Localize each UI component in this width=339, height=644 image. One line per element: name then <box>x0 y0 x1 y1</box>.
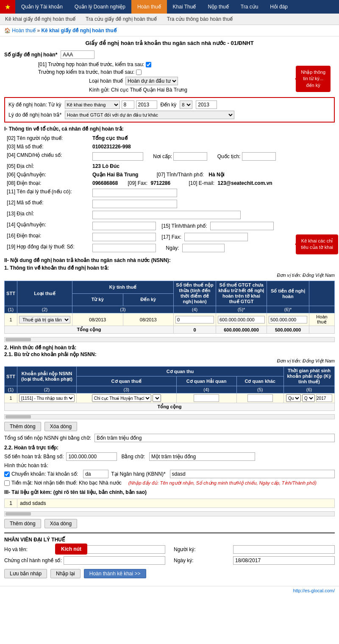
td-so-tien-de-nghi[interactable] <box>269 316 307 323</box>
subnav-tra-cuu-giay[interactable]: Tra cứu giấy đề nghị hoàn thuế <box>84 15 158 23</box>
checkbox01-label: [01] Trường hợp hoàn thuế trước, kiểm tr… <box>38 61 144 67</box>
tooltip1-container: Nhập thôngtin từ ký...đến kỳ <box>296 66 331 92</box>
ky-to-year[interactable] <box>196 100 217 109</box>
tong-so-tien-row: Tổng số tiền nộp NSNN ghi bằng chữ: <box>4 434 335 442</box>
loai-hoan-thue-select[interactable]: Hoàn dự án đầu tư <box>125 77 178 85</box>
xoa-dong-button[interactable]: Xóa dòng <box>44 422 77 431</box>
info-row-19: [19] Hợp đồng đại lý thuế: Số: Ngày: Kê … <box>5 243 334 253</box>
info-row-12: [12] Mã số thuế: <box>5 199 334 209</box>
loai-hoan-thue-label: Loại hoàn thuế <box>89 78 123 84</box>
field13-input[interactable] <box>92 211 241 219</box>
luu-ban-nhap-button[interactable]: Lưu bản nháp <box>4 569 47 578</box>
tong-so-tien-label: Tổng số tiền nộp NSNN ghi bằng chữ: <box>4 435 91 441</box>
nav-hoi-dap[interactable]: Hỏi đáp <box>264 0 294 14</box>
t2-hai-quan[interactable] <box>194 394 219 402</box>
nhap-lai-button[interactable]: Nhập lại <box>50 569 81 578</box>
page-title: Giấy đề nghị hoàn trả khoản thu ngân sác… <box>4 40 335 46</box>
subnav-tra-cuu-thong-bao[interactable]: Tra cứu thông báo hoàn thuế <box>165 15 234 23</box>
ky-to-type-select[interactable]: 8 <box>180 100 192 109</box>
table2: STT Khoản phải nộp NSNN (loại thuế, khoả… <box>4 366 335 411</box>
table3-scrollbar[interactable] <box>4 511 335 516</box>
tien-mat-label: Tiền mặt: Nơi nhận tiền thuế: Kho bạc Nh… <box>11 480 122 486</box>
nav-quan-ly-tai-khoan[interactable]: Quản lý Tài khoản <box>15 0 69 14</box>
checkbox-kt-row: Trường hợp kiểm tra trước, hoàn thuế sau… <box>4 69 335 75</box>
table1-scrollbar[interactable] <box>4 337 335 342</box>
ky-from-month[interactable] <box>122 100 134 109</box>
loai-hoan-thue-row: Loại hoàn thuế Hoàn dự án đầu tư <box>4 77 335 85</box>
chung-chi-input[interactable] <box>64 556 165 565</box>
bang-chu-input[interactable] <box>149 452 255 461</box>
t2-quy-select[interactable]: Quý <box>286 394 301 402</box>
them-dong-button[interactable]: Thêm dòng <box>4 422 41 431</box>
td-so-tien-nop-thua[interactable] <box>175 316 214 323</box>
checkbox-kt-label: Trường hợp kiểm tra trước, hoàn thuế sau… <box>38 69 134 75</box>
tong-so-tien-input[interactable] <box>94 434 335 442</box>
th-so-thue-gtgt: Số thuế GTGT chưa khấu trừ hết đề nghị h… <box>216 281 267 306</box>
chung-chi-label: Chứng chỉ hành nghề số: <box>4 558 64 563</box>
field04-quoc-tich[interactable] <box>242 152 276 161</box>
td-so-thue-gtgt[interactable] <box>218 316 265 323</box>
nav-khai-thue[interactable]: Khai Thuế <box>167 0 202 14</box>
field05-value: 123 Lò Đúc <box>91 162 334 170</box>
field17-label: [17] Fax: <box>161 234 181 240</box>
t2-q-select[interactable]: Q2 <box>302 394 315 402</box>
sec3-content: adsd sdads <box>17 499 335 508</box>
field17-input[interactable] <box>184 233 248 241</box>
them-dong2-button[interactable]: Thêm dòng <box>4 519 41 528</box>
nav-tra-cuu[interactable]: Tra cứu <box>235 0 264 14</box>
hoan-thanh-button[interactable]: Hoàn thành kê khai >> <box>84 569 146 578</box>
ly-do-select[interactable]: Hoàn thuế GTGT đối với dự án đầu tư khác <box>65 111 234 119</box>
th-so-tien-nop-thua: Số tiền thuế nộp thừa (tính đến thời điể… <box>174 281 216 306</box>
breadcrumb-icon: 🏠 <box>4 28 11 33</box>
field02-value: Tổng cục thuế <box>91 134 334 142</box>
tai-khoan-so-input[interactable] <box>83 470 108 478</box>
t2-year[interactable] <box>316 394 332 402</box>
t2-col1: (1) <box>5 386 17 393</box>
checkbox-kt[interactable] <box>136 70 142 75</box>
field19-so[interactable] <box>92 244 156 252</box>
nav-nop-thue[interactable]: Nộp thuế <box>202 0 234 14</box>
field16-input[interactable] <box>92 233 156 241</box>
breadcrumb-parent[interactable]: Hoàn thuế <box>12 28 36 33</box>
ngay-ky-label: Ngày ký: <box>174 558 233 563</box>
ky-from-year[interactable] <box>136 100 157 109</box>
field14-input[interactable] <box>92 222 156 230</box>
field15-input[interactable] <box>210 222 274 230</box>
t2-col3: (3) <box>77 386 177 393</box>
field12-input[interactable] <box>92 200 177 208</box>
nav-quan-ly-doanh-nghiep[interactable]: Quản lý Doanh nghiệp <box>69 0 131 14</box>
tai-ngan-hang-input[interactable] <box>170 470 335 478</box>
t2-co-quan-thue-select2[interactable]: ▼ <box>153 394 161 402</box>
field04-cmnd[interactable] <box>92 152 143 161</box>
kinh-gui-row: Kính gửi: Chi cục Thuế Quận Hai Bà Trưng <box>4 87 335 93</box>
ky-type-select[interactable]: Kê khai theo tháng <box>65 100 120 109</box>
field19-ngay[interactable] <box>182 244 225 252</box>
t2-co-quan-khac[interactable] <box>247 394 273 402</box>
field11-input[interactable] <box>92 189 177 197</box>
nguoi-ky-input[interactable] <box>233 545 335 554</box>
tooltip2-container: Kê khai các chỉtiêu của tờ khai <box>296 234 338 254</box>
checkbox01-row: [01] Trường hợp hoàn thuế trước, kiểm tr… <box>4 61 335 67</box>
total-label: Tổng cộng <box>5 326 174 334</box>
nvdlt-grid: Họ và tên: Người ký: Chứng chỉ hành nghề… <box>4 545 335 565</box>
xoa-dong2-button[interactable]: Xóa dòng <box>44 519 77 528</box>
field06-label: [06] Quận/huyện: <box>7 172 46 178</box>
table2-scrollbar[interactable] <box>4 414 335 419</box>
ngay-ky-input[interactable] <box>233 556 335 565</box>
so-giay-input[interactable] <box>61 50 94 59</box>
checkbox01[interactable] <box>146 62 151 67</box>
tien-mat-checkbox[interactable] <box>4 480 10 486</box>
field04-noi-cap[interactable] <box>173 152 207 161</box>
t2-co-quan-thue-select[interactable]: Chi cục Thuế Huyện Thạch Thất <box>92 394 151 402</box>
td-loai-thue-select[interactable]: Thuế giá trị gia tăng (GTGT) <box>19 316 70 323</box>
subnav-ke-khai[interactable]: Kê khai giấy đề nghị hoàn thuế <box>3 15 77 23</box>
field04-label: [04] CMND/Hộ chiếu số: <box>5 151 90 162</box>
section222: 2.2. Hoàn trả trực tiếp: Số tiền hoàn tr… <box>4 445 335 486</box>
footer-url[interactable]: http://es-glocal.com/ <box>293 588 335 593</box>
t2-khoan-nop-select[interactable]: [1151] - Thu nhập sau thuế thu nh <box>19 394 75 402</box>
so-tien-hoan-tra-input[interactable] <box>66 452 117 461</box>
nav-hoan-thue[interactable]: Hoàn thuế <box>131 0 167 14</box>
info-row-02: [02] Tên người nộp thuế: Tổng cục thuế <box>5 134 334 142</box>
th-col1: (1) <box>5 306 17 313</box>
chuyen-khoan-checkbox[interactable] <box>4 471 10 477</box>
